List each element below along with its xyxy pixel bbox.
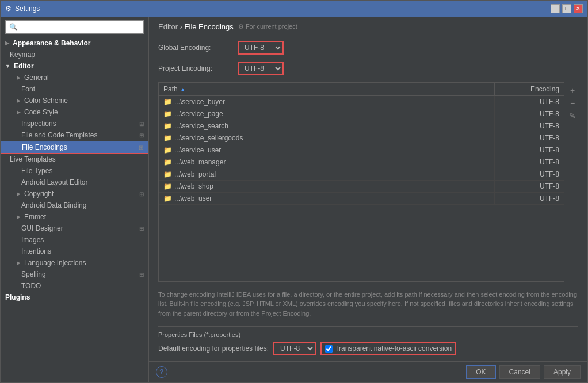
- col-encoding-label: Encoding: [530, 85, 559, 93]
- sidebar-item-color-scheme[interactable]: ▶ Color Scheme: [1, 95, 148, 106]
- breadcrumb-parent: Editor: [158, 22, 178, 31]
- action-buttons: OK Cancel Apply: [466, 365, 581, 379]
- table-row[interactable]: 📁 ...\web_shop UTF-8: [159, 181, 564, 193]
- search-box[interactable]: 🔍: [5, 20, 144, 34]
- sidebar-item-keymap[interactable]: Keymap: [1, 49, 148, 60]
- apply-button[interactable]: Apply: [544, 365, 581, 379]
- icon-inspection: ⊞: [139, 121, 144, 127]
- sidebar-item-file-encodings[interactable]: File Encodings ⊞: [1, 141, 148, 154]
- table-row[interactable]: 📁 ...\service_search UTF-8: [159, 120, 564, 132]
- td-path-4: 📁 ...\service_user: [159, 144, 495, 156]
- sidebar-item-label: General: [24, 74, 49, 82]
- sidebar-item-todo[interactable]: TODO: [1, 280, 148, 292]
- table-row[interactable]: 📁 ...\service_sellergoods UTF-8: [159, 132, 564, 144]
- project-encoding-label: Project Encoding:: [158, 64, 233, 72]
- td-encoding-4: UTF-8: [495, 144, 564, 156]
- td-path-0: 📁 ...\service_buyer: [159, 96, 495, 108]
- default-encoding-label: Default encoding for properties files:: [158, 344, 269, 353]
- table-side-actions: + − ✎: [567, 82, 578, 282]
- icon-spelling: ⊞: [139, 271, 144, 278]
- folder-icon: 📁: [163, 194, 172, 202]
- col-encoding-header: Encoding: [495, 83, 564, 95]
- search-icon: 🔍: [9, 23, 18, 31]
- folder-icon: 📁: [163, 110, 172, 118]
- sidebar-item-label: Editor: [14, 62, 34, 70]
- table-row[interactable]: 📁 ...\web_portal UTF-8: [159, 168, 564, 181]
- sidebar-item-label: Live Templates: [10, 155, 56, 163]
- sidebar-item-code-style[interactable]: ▶ Code Style: [1, 106, 148, 118]
- sidebar-item-android-layout[interactable]: Android Layout Editor: [1, 177, 148, 188]
- expand-icon: ▶: [17, 191, 21, 197]
- settings-window: ⚙ Settings — □ ✕ 🔍 ▶ Appearance & Behavi…: [0, 0, 588, 383]
- global-encoding-label: Global Encoding:: [158, 44, 233, 52]
- project-encoding-select[interactable]: UTF-8: [238, 62, 284, 75]
- sidebar-item-label: Language Injections: [24, 259, 86, 267]
- add-button[interactable]: +: [567, 85, 578, 96]
- help-button[interactable]: ?: [156, 366, 167, 378]
- td-encoding-5: UTF-8: [495, 156, 564, 168]
- expand-icon: ▶: [5, 40, 9, 46]
- cancel-button[interactable]: Cancel: [499, 365, 540, 379]
- props-select-wrapper: UTF-8: [273, 342, 316, 355]
- sidebar-item-gui-designer[interactable]: GUI Designer ⊞: [1, 223, 148, 234]
- folder-icon: 📁: [163, 98, 172, 106]
- search-input[interactable]: [20, 24, 140, 30]
- sidebar-item-inspections[interactable]: Inspections ⊞: [1, 118, 148, 129]
- props-encoding-select[interactable]: UTF-8: [274, 343, 315, 354]
- transparent-checkbox[interactable]: [325, 345, 333, 353]
- sidebar-item-plugins[interactable]: Plugins: [1, 292, 148, 303]
- close-button[interactable]: ✕: [574, 4, 583, 13]
- table-body: 📁 ...\service_buyer UTF-8 📁 ...\service_…: [159, 96, 564, 205]
- sidebar-item-spelling[interactable]: Spelling ⊞: [1, 269, 148, 280]
- table-row[interactable]: 📁 ...\service_user UTF-8: [159, 144, 564, 156]
- sidebar-item-label: Copyright: [24, 190, 54, 198]
- global-encoding-select[interactable]: UTF-8: [238, 41, 284, 55]
- table-row[interactable]: 📁 ...\web_manager UTF-8: [159, 156, 564, 168]
- path-table-container: Path ▲ Encoding 📁: [158, 82, 578, 282]
- edit-button[interactable]: ✎: [567, 110, 578, 121]
- expand-icon: ▶: [17, 75, 21, 81]
- remove-button[interactable]: −: [567, 97, 578, 109]
- td-path-5: 📁 ...\web_manager: [159, 156, 495, 168]
- properties-row: Default encoding for properties files: U…: [158, 342, 578, 355]
- sidebar-item-live-templates[interactable]: Live Templates: [1, 154, 148, 165]
- breadcrumb-current: File Encodings: [185, 22, 234, 31]
- td-encoding-2: UTF-8: [495, 120, 564, 132]
- sidebar-item-label: Android Layout Editor: [21, 178, 87, 186]
- sidebar-item-editor[interactable]: ▼ Editor: [1, 60, 148, 72]
- td-encoding-1: UTF-8: [495, 108, 564, 120]
- sidebar-item-copyright[interactable]: ▶ Copyright ⊞: [1, 188, 148, 200]
- right-panel: Editor › File Encodings ⚙ For current pr…: [149, 17, 587, 382]
- project-encoding-row: Project Encoding: UTF-8: [158, 62, 578, 75]
- td-path-1: 📁 ...\service_page: [159, 108, 495, 120]
- ok-button[interactable]: OK: [466, 365, 495, 379]
- expand-icon: ▼: [5, 63, 10, 69]
- icon-template: ⊞: [139, 132, 144, 139]
- transparent-label: Transparent native-to-ascii conversion: [335, 344, 452, 353]
- sidebar-item-file-code-templates[interactable]: File and Code Templates ⊞: [1, 129, 148, 141]
- maximize-button[interactable]: □: [562, 4, 571, 13]
- title-bar: ⚙ Settings — □ ✕: [1, 1, 587, 17]
- sidebar-item-general[interactable]: ▶ General: [1, 72, 148, 83]
- folder-icon: 📁: [163, 158, 172, 166]
- td-encoding-6: UTF-8: [495, 168, 564, 180]
- td-path-7: 📁 ...\web_shop: [159, 181, 495, 192]
- table-row[interactable]: 📁 ...\service_buyer UTF-8: [159, 96, 564, 108]
- table-row[interactable]: 📁 ...\web_user UTF-8: [159, 193, 564, 205]
- breadcrumb: Editor › File Encodings: [158, 22, 234, 31]
- sidebar-item-emmet[interactable]: ▶ Emmet: [1, 211, 148, 223]
- sidebar-item-intentions[interactable]: Intentions: [1, 246, 148, 257]
- sidebar-item-appearance[interactable]: ▶ Appearance & Behavior: [1, 37, 148, 49]
- sidebar-item-label: Code Style: [24, 108, 58, 116]
- note-text: To change encoding IntelliJ IDEA uses fo…: [158, 286, 578, 322]
- sidebar-item-font[interactable]: Font: [1, 83, 148, 95]
- sidebar-item-android-data[interactable]: Android Data Binding: [1, 200, 148, 211]
- transparent-checkbox-wrapper: Transparent native-to-ascii conversion: [320, 342, 456, 355]
- sidebar-item-images[interactable]: Images: [1, 234, 148, 246]
- sidebar-item-label: Color Scheme: [24, 97, 68, 105]
- minimize-button[interactable]: —: [551, 4, 560, 13]
- sidebar-item-language-injections[interactable]: ▶ Language Injections: [1, 257, 148, 269]
- sidebar-item-file-types[interactable]: File Types: [1, 165, 148, 177]
- table-row[interactable]: 📁 ...\service_page UTF-8: [159, 108, 564, 120]
- main-content: 🔍 ▶ Appearance & Behavior Keymap ▼ Edito…: [1, 17, 587, 382]
